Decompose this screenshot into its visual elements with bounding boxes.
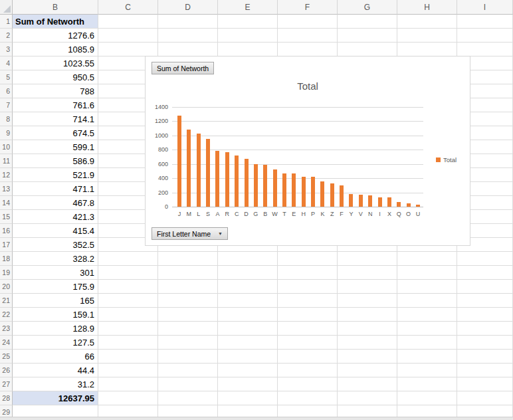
cell-F19[interactable]	[278, 266, 338, 280]
cell-H19[interactable]	[397, 266, 457, 280]
cell-H21[interactable]	[397, 294, 457, 308]
cell-H27[interactable]	[397, 377, 457, 391]
bar-W[interactable]	[273, 169, 277, 207]
row-header-13[interactable]: 13	[0, 182, 13, 196]
bar-K[interactable]	[320, 181, 324, 207]
cell-H26[interactable]	[397, 364, 457, 377]
bar-H[interactable]	[302, 177, 306, 207]
row-header-16[interactable]: 16	[0, 224, 13, 238]
cell-C18[interactable]	[98, 252, 158, 266]
bar-R[interactable]	[225, 152, 229, 207]
cell-B1[interactable]: Sum of Networth	[13, 15, 98, 29]
cell-F2[interactable]	[278, 29, 338, 43]
cell-C29[interactable]	[98, 405, 158, 417]
column-header-F[interactable]: F	[278, 0, 338, 15]
row-header-22[interactable]: 22	[0, 308, 13, 322]
select-all-corner[interactable]	[0, 0, 13, 15]
row-header-8[interactable]: 8	[0, 112, 13, 126]
cell-F24[interactable]	[278, 336, 338, 350]
cell-G22[interactable]	[338, 308, 397, 322]
cell-B16[interactable]: 415.4	[13, 224, 98, 238]
row-header-17[interactable]: 17	[0, 238, 13, 252]
row-header-25[interactable]: 25	[0, 350, 13, 364]
bar-Y[interactable]	[349, 194, 353, 207]
cell-B28[interactable]: 12637.95	[13, 391, 98, 405]
cell-B6[interactable]: 788	[13, 84, 98, 98]
column-header-H[interactable]: H	[397, 0, 457, 15]
cell-H23[interactable]	[397, 322, 457, 336]
cell-E1[interactable]	[218, 15, 278, 29]
row-header-18[interactable]: 18	[0, 252, 13, 266]
cell-I27[interactable]	[457, 377, 513, 391]
cell-I23[interactable]	[457, 322, 513, 336]
cell-D28[interactable]	[158, 391, 218, 405]
cell-I18[interactable]	[457, 252, 513, 266]
cell-E19[interactable]	[218, 266, 278, 280]
cell-G27[interactable]	[338, 377, 397, 391]
cell-E22[interactable]	[218, 308, 278, 322]
cell-B23[interactable]: 128.9	[13, 322, 98, 336]
axis-field-button[interactable]: First Letter Name ▼	[152, 227, 228, 240]
cell-I21[interactable]	[457, 294, 513, 308]
row-header-11[interactable]: 11	[0, 154, 13, 168]
cell-D1[interactable]	[158, 15, 218, 29]
cell-C25[interactable]	[98, 350, 158, 364]
bar-J[interactable]	[177, 116, 181, 207]
cell-E28[interactable]	[218, 391, 278, 405]
row-header-6[interactable]: 6	[0, 84, 13, 98]
cell-B4[interactable]: 1023.55	[13, 56, 98, 70]
cell-D3[interactable]	[158, 43, 218, 56]
cell-C26[interactable]	[98, 364, 158, 377]
cell-G26[interactable]	[338, 364, 397, 377]
bar-Z[interactable]	[330, 183, 334, 207]
cell-I2[interactable]	[457, 29, 513, 43]
cell-G3[interactable]	[338, 43, 397, 56]
cell-B24[interactable]: 127.5	[13, 336, 98, 350]
bar-M[interactable]	[187, 130, 191, 207]
cell-I20[interactable]	[457, 280, 513, 294]
pivot-chart[interactable]: Sum of Networth Total 020040060080010001…	[145, 56, 470, 246]
cell-F25[interactable]	[278, 350, 338, 364]
bar-D[interactable]	[245, 159, 249, 207]
cell-H22[interactable]	[397, 308, 457, 322]
row-header-24[interactable]: 24	[0, 336, 13, 350]
column-header-D[interactable]: D	[158, 0, 218, 15]
bar-U[interactable]	[416, 205, 420, 207]
row-header-29[interactable]: 29	[0, 405, 13, 417]
cell-F21[interactable]	[278, 294, 338, 308]
bar-O[interactable]	[407, 203, 411, 207]
row-header-21[interactable]: 21	[0, 294, 13, 308]
cell-B11[interactable]: 586.9	[13, 154, 98, 168]
cell-F20[interactable]	[278, 280, 338, 294]
cell-D20[interactable]	[158, 280, 218, 294]
value-field-button[interactable]: Sum of Networth	[152, 62, 214, 74]
cell-E26[interactable]	[218, 364, 278, 377]
cell-D2[interactable]	[158, 29, 218, 43]
cell-F3[interactable]	[278, 43, 338, 56]
cell-C21[interactable]	[98, 294, 158, 308]
cell-B19[interactable]: 301	[13, 266, 98, 280]
cell-C28[interactable]	[98, 391, 158, 405]
cell-D24[interactable]	[158, 336, 218, 350]
row-header-26[interactable]: 26	[0, 364, 13, 377]
cell-B25[interactable]: 66	[13, 350, 98, 364]
cell-E25[interactable]	[218, 350, 278, 364]
chart-title[interactable]: Total	[146, 80, 470, 92]
cell-G21[interactable]	[338, 294, 397, 308]
cell-B26[interactable]: 44.4	[13, 364, 98, 377]
bar-F[interactable]	[340, 185, 344, 207]
cell-B8[interactable]: 714.1	[13, 112, 98, 126]
cell-E3[interactable]	[218, 43, 278, 56]
cell-G29[interactable]	[338, 405, 397, 417]
cell-F18[interactable]	[278, 252, 338, 266]
cell-G23[interactable]	[338, 322, 397, 336]
cell-E20[interactable]	[218, 280, 278, 294]
bar-G[interactable]	[254, 164, 258, 207]
cell-B10[interactable]: 599.1	[13, 140, 98, 154]
cell-G28[interactable]	[338, 391, 397, 405]
cell-C2[interactable]	[98, 29, 158, 43]
cell-I3[interactable]	[457, 43, 513, 56]
cell-E21[interactable]	[218, 294, 278, 308]
cell-C20[interactable]	[98, 280, 158, 294]
cell-H24[interactable]	[397, 336, 457, 350]
